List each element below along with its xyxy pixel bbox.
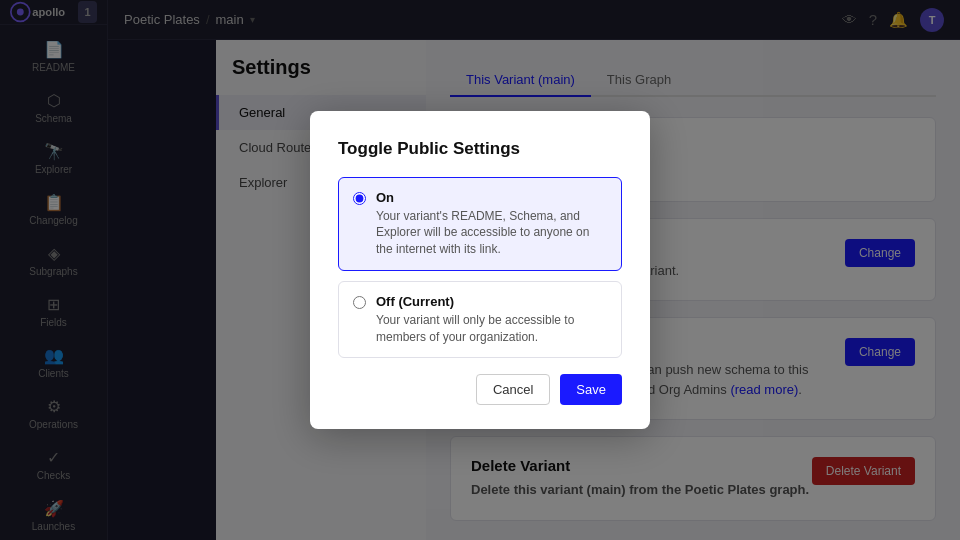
toggle-public-modal: Toggle Public Settings On Your variant's… — [310, 111, 650, 430]
radio-label-off: Off (Current) — [376, 294, 607, 309]
radio-on[interactable] — [353, 192, 366, 205]
radio-desc-on: Your variant's README, Schema, and Explo… — [376, 208, 607, 258]
radio-option-on[interactable]: On Your variant's README, Schema, and Ex… — [338, 177, 622, 271]
modal-title: Toggle Public Settings — [338, 139, 622, 159]
radio-off[interactable] — [353, 296, 366, 309]
radio-text-off: Off (Current) Your variant will only be … — [376, 294, 607, 346]
radio-text-on: On Your variant's README, Schema, and Ex… — [376, 190, 607, 258]
save-button[interactable]: Save — [560, 374, 622, 405]
radio-label-on: On — [376, 190, 607, 205]
radio-option-off[interactable]: Off (Current) Your variant will only be … — [338, 281, 622, 359]
modal-actions: Cancel Save — [338, 374, 622, 405]
radio-desc-off: Your variant will only be accessible to … — [376, 312, 607, 346]
modal-overlay[interactable]: Toggle Public Settings On Your variant's… — [0, 0, 960, 540]
cancel-button[interactable]: Cancel — [476, 374, 550, 405]
